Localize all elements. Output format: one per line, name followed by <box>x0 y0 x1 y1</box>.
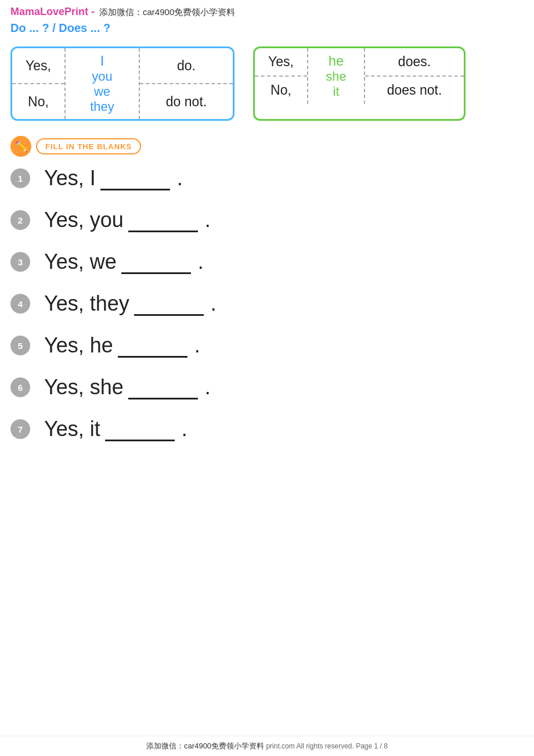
exercise-period: . <box>205 208 211 232</box>
green-does-not: does not. <box>365 77 464 104</box>
exercise-prompt: Yes, I <box>44 166 96 190</box>
pron-I: I <box>100 53 104 69</box>
green-table: Yes, he she it does. No, does not. <box>253 46 466 121</box>
exercise-number: 2 <box>10 210 30 230</box>
exercise-text: Yes, they . <box>44 291 217 316</box>
exercise-period: . <box>177 166 183 190</box>
exercise-item: 7Yes, it . <box>10 417 524 441</box>
green-does: does. <box>365 48 464 77</box>
pron-they: they <box>90 99 114 114</box>
pron-she: she <box>326 69 346 84</box>
exercise-period: . <box>194 333 200 358</box>
exercise-period: . <box>182 417 187 441</box>
exercise-item: 1Yes, I . <box>10 166 524 190</box>
exercise-number: 1 <box>10 168 30 188</box>
brand-label: MamaLovePrint - <box>10 6 95 18</box>
exercise-period: . <box>211 291 217 316</box>
footer: 添加微信：car4900免费领小学资料 print.com All rights… <box>0 736 534 756</box>
exercise-prompt: Yes, she <box>44 375 124 399</box>
exercise-prompt: Yes, we <box>44 250 117 274</box>
exercise-number: 5 <box>10 336 30 355</box>
exercise-blank <box>121 271 191 274</box>
green-yes: Yes, <box>255 48 307 77</box>
pencil-icon: ✏️ <box>10 136 31 157</box>
pron-it: it <box>333 84 340 99</box>
exercise-text: Yes, you . <box>44 208 211 232</box>
blue-no: No, <box>12 84 64 119</box>
fill-label-wrapper: FILL IN THE BLANKS <box>36 138 141 154</box>
blue-pronouns: I you we they <box>64 48 140 119</box>
exercise-item: 6Yes, she . <box>10 375 524 399</box>
green-pronouns: he she it <box>307 48 365 104</box>
exercise-number: 6 <box>10 377 30 397</box>
pron-you: you <box>92 69 112 84</box>
exercise-blank <box>105 438 175 441</box>
exercise-blank <box>128 229 198 232</box>
exercise-prompt: Yes, you <box>44 208 124 232</box>
exercise-prompt: Yes, they <box>44 291 129 316</box>
exercise-number: 3 <box>10 252 30 272</box>
exercise-item: 3Yes, we . <box>10 250 524 274</box>
footer-copyright: print.com All rights reserved. Page 1 / … <box>266 742 387 750</box>
wechat-label: 添加微信：car4900免费领小学资料 <box>99 6 235 18</box>
blue-table: Yes, I you we they do. No, do not. <box>10 46 234 121</box>
exercise-blank <box>118 354 187 358</box>
exercise-period: . <box>205 375 211 399</box>
exercise-period: . <box>198 250 204 274</box>
exercise-number: 4 <box>10 294 30 314</box>
exercises-container: 1Yes, I .2Yes, you .3Yes, we .4Yes, they… <box>0 166 534 441</box>
exercise-prompt: Yes, he <box>44 333 113 358</box>
exercise-item: 5Yes, he . <box>10 333 524 358</box>
header: MamaLovePrint - 添加微信：car4900免费领小学资料 <box>0 0 534 21</box>
footer-wechat: 添加微信：car4900免费领小学资料 <box>146 741 264 750</box>
exercise-text: Yes, it . <box>44 417 187 441</box>
exercise-item: 2Yes, you . <box>10 208 524 232</box>
pron-we: we <box>94 84 110 99</box>
fill-header: ✏️ FILL IN THE BLANKS <box>0 131 534 166</box>
exercise-blank <box>128 396 198 399</box>
blue-yes: Yes, <box>12 48 64 84</box>
exercise-text: Yes, he . <box>44 333 200 358</box>
exercise-text: Yes, we . <box>44 250 204 274</box>
exercise-blank <box>134 312 204 316</box>
exercise-number: 7 <box>10 419 30 439</box>
fill-label: FILL IN THE BLANKS <box>45 142 132 151</box>
blue-do-not: do not. <box>140 84 233 119</box>
blue-do: do. <box>140 48 233 84</box>
exercise-text: Yes, she . <box>44 375 211 399</box>
green-no: No, <box>255 77 307 104</box>
subtitle: Do ... ? / Does ... ? <box>0 21 534 41</box>
reference-tables: Yes, I you we they do. No, do not. Yes, <box>0 41 534 131</box>
exercise-blank <box>100 187 170 190</box>
pron-he: he <box>329 53 344 69</box>
exercise-text: Yes, I . <box>44 166 183 190</box>
exercise-item: 4Yes, they . <box>10 291 524 316</box>
exercise-prompt: Yes, it <box>44 417 100 441</box>
